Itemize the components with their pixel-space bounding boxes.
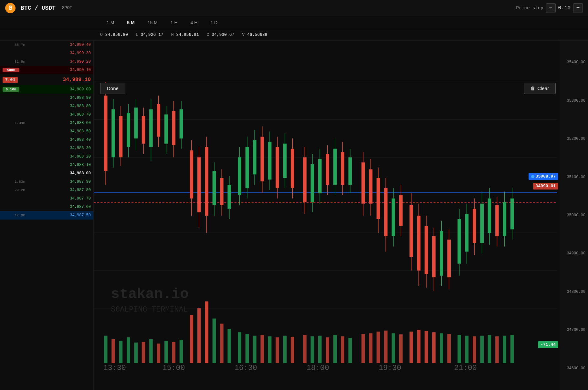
bid-badge: 6.10m: [3, 87, 19, 92]
svg-text:19:30: 19:30: [379, 364, 401, 372]
spot-label: SPOT: [62, 5, 72, 10]
price-axis: 35400.00 35300.00 35200.00 35100.00 3500…: [559, 41, 588, 390]
bid-row: 34,987.70: [0, 194, 93, 203]
svg-rect-52: [213, 171, 216, 205]
blue-dot-icon: [531, 175, 534, 178]
svg-rect-40: [180, 109, 183, 139]
ask-row: 34,990.30: [0, 49, 93, 57]
svg-rect-55: [220, 178, 224, 205]
price-step-plus-button[interactable]: +: [573, 3, 583, 13]
close-value: C 34,930.67: [206, 32, 234, 37]
svg-rect-25: [142, 116, 145, 144]
red-line-price-label: 34990.01: [533, 183, 558, 190]
orderbook: 55.7m 34,990.40 34,990.30 31.9m 34,990.2…: [0, 41, 94, 390]
svg-rect-180: [213, 319, 216, 363]
timeframe-bar: 1 M 5 M 15 M 1 H 4 H 1 D: [0, 16, 588, 29]
svg-rect-190: [291, 337, 294, 363]
svg-rect-170: [134, 343, 138, 363]
svg-rect-214: [488, 335, 491, 363]
ask-row: 31.9m 34,990.20: [0, 57, 93, 66]
timeframe-5m[interactable]: 5 M: [121, 19, 141, 26]
svg-rect-115: [384, 188, 388, 236]
svg-rect-213: [480, 336, 484, 363]
svg-rect-184: [246, 334, 249, 363]
svg-rect-91: [318, 159, 322, 193]
svg-rect-200: [377, 332, 380, 363]
timeframe-1d[interactable]: 1 D: [204, 19, 224, 26]
svg-rect-64: [246, 147, 249, 188]
svg-rect-148: [473, 209, 476, 243]
svg-rect-106: [362, 162, 365, 204]
svg-rect-73: [268, 142, 272, 180]
clear-button[interactable]: 🗑 Clear: [524, 83, 556, 94]
svg-rect-145: [465, 214, 469, 252]
price-step-control: Price step − 0.10 +: [516, 3, 583, 13]
svg-rect-207: [432, 332, 436, 363]
svg-rect-37: [172, 111, 175, 145]
svg-rect-112: [377, 178, 380, 219]
svg-rect-208: [440, 333, 443, 363]
svg-rect-185: [253, 336, 257, 363]
svg-rect-130: [425, 226, 428, 274]
svg-rect-139: [447, 240, 451, 277]
svg-rect-217: [510, 335, 514, 363]
svg-rect-22: [134, 108, 138, 139]
price-step-minus-button[interactable]: −: [546, 3, 556, 13]
done-button[interactable]: Done: [100, 83, 125, 94]
svg-rect-175: [172, 342, 175, 363]
bid-row: 34,988.30: [0, 144, 93, 152]
svg-text:stakan.io: stakan.io: [111, 286, 189, 302]
svg-rect-160: [503, 202, 507, 236]
main-layout: 55.7m 34,990.40 34,990.30 31.9m 34,990.2…: [0, 41, 588, 390]
svg-rect-204: [410, 332, 413, 363]
btc-icon: ₿: [5, 3, 16, 13]
svg-rect-31: [157, 104, 161, 137]
svg-rect-177: [190, 315, 194, 363]
bid-row: 34,987.60: [0, 203, 93, 211]
svg-rect-197: [348, 338, 352, 363]
svg-rect-124: [410, 205, 413, 257]
svg-rect-163: [510, 199, 514, 230]
timeframe-1m[interactable]: 1 M: [100, 19, 121, 26]
timeframe-15m[interactable]: 15 M: [141, 19, 164, 26]
svg-rect-178: [197, 308, 201, 363]
svg-rect-76: [276, 147, 279, 188]
bid-row: 34,988.20: [0, 152, 93, 161]
svg-rect-215: [495, 336, 499, 363]
open-value: O 34,956.80: [100, 32, 128, 37]
svg-rect-194: [326, 337, 329, 363]
timeframe-4h[interactable]: 4 H: [184, 19, 204, 26]
svg-rect-142: [457, 219, 461, 264]
bid-row: 34,988.00: [0, 169, 93, 178]
svg-text:18:00: 18:00: [307, 364, 329, 372]
blue-line-price-label: 35008.97: [529, 173, 558, 180]
current-price-row: 7.01 34,989.10: [0, 74, 93, 85]
svg-rect-179: [205, 302, 208, 363]
svg-rect-202: [392, 333, 395, 363]
bid-row: 12.9m 34,987.50: [0, 211, 93, 220]
svg-rect-127: [417, 216, 421, 271]
svg-rect-198: [362, 334, 365, 363]
svg-rect-49: [205, 147, 208, 216]
svg-rect-192: [311, 336, 314, 363]
svg-text:SCALPING TERMINAL: SCALPING TERMINAL: [111, 305, 188, 314]
svg-rect-210: [457, 335, 461, 363]
bid-row: 34,988.80: [0, 102, 93, 110]
chart-area[interactable]: 13:30 15:00 16:30 18:00 19:30 21:00 stak…: [94, 41, 588, 390]
svg-rect-188: [276, 337, 279, 363]
svg-rect-58: [227, 185, 231, 209]
volume-value: V 46.56639: [242, 32, 267, 37]
svg-rect-169: [127, 337, 130, 363]
ohlcv-bar: O 34,956.80 L 34,926.17 H 34,956.81 C 34…: [0, 29, 588, 41]
svg-rect-67: [253, 140, 257, 174]
svg-rect-136: [440, 231, 443, 276]
svg-rect-173: [157, 344, 161, 363]
timeframe-1h[interactable]: 1 H: [164, 19, 184, 26]
bid-row: 34,988.10: [0, 161, 93, 169]
svg-text:13:30: 13:30: [103, 364, 126, 372]
svg-rect-43: [190, 150, 194, 199]
bid-row: 1.83m 34,987.90: [0, 178, 93, 186]
svg-rect-212: [473, 336, 476, 363]
svg-rect-88: [311, 164, 314, 202]
svg-rect-157: [495, 205, 499, 236]
